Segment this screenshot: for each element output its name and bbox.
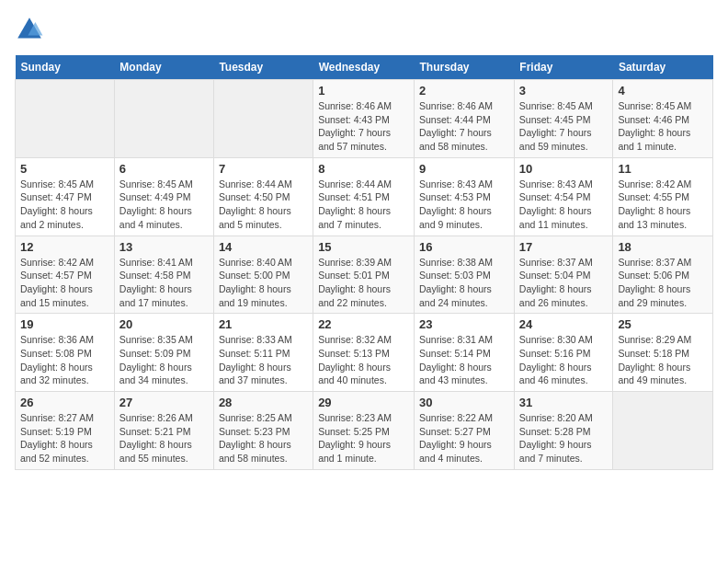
calendar-week-row: 26Sunrise: 8:27 AM Sunset: 5:19 PM Dayli… (16, 392, 713, 470)
day-info: Sunrise: 8:37 AM Sunset: 5:04 PM Dayligh… (519, 256, 609, 310)
calendar-cell: 26Sunrise: 8:27 AM Sunset: 5:19 PM Dayli… (16, 392, 115, 470)
calendar-cell: 21Sunrise: 8:33 AM Sunset: 5:11 PM Dayli… (213, 314, 313, 392)
day-info: Sunrise: 8:45 AM Sunset: 4:45 PM Dayligh… (519, 99, 609, 154)
calendar-week-row: 1Sunrise: 8:46 AM Sunset: 4:43 PM Daylig… (16, 80, 713, 158)
logo-icon (15, 15, 44, 44)
calendar-cell: 1Sunrise: 8:46 AM Sunset: 4:43 PM Daylig… (313, 80, 415, 158)
day-number: 5 (20, 162, 109, 176)
day-number: 31 (519, 396, 609, 409)
day-info: Sunrise: 8:42 AM Sunset: 4:57 PM Dayligh… (20, 256, 109, 310)
calendar-cell (114, 80, 213, 158)
day-number: 2 (419, 84, 509, 98)
calendar-cell (213, 80, 313, 158)
day-info: Sunrise: 8:27 AM Sunset: 5:19 PM Dayligh… (20, 411, 109, 465)
day-info: Sunrise: 8:37 AM Sunset: 5:06 PM Dayligh… (618, 256, 708, 310)
day-info: Sunrise: 8:38 AM Sunset: 5:03 PM Dayligh… (419, 256, 509, 310)
day-info: Sunrise: 8:40 AM Sunset: 5:00 PM Dayligh… (219, 256, 308, 310)
day-number: 22 (318, 317, 409, 331)
day-info: Sunrise: 8:45 AM Sunset: 4:47 PM Dayligh… (20, 178, 109, 232)
day-info: Sunrise: 8:42 AM Sunset: 4:55 PM Dayligh… (618, 178, 708, 232)
calendar-body: 1Sunrise: 8:46 AM Sunset: 4:43 PM Daylig… (16, 80, 713, 470)
column-header-tuesday: Tuesday (213, 55, 313, 80)
calendar-cell: 5Sunrise: 8:45 AM Sunset: 4:47 PM Daylig… (16, 157, 115, 236)
calendar-cell (16, 80, 115, 158)
column-header-monday: Monday (114, 55, 213, 80)
column-header-saturday: Saturday (613, 55, 713, 80)
day-number: 23 (419, 317, 509, 331)
day-info: Sunrise: 8:26 AM Sunset: 5:21 PM Dayligh… (119, 411, 209, 465)
calendar-cell: 14Sunrise: 8:40 AM Sunset: 5:00 PM Dayli… (213, 236, 313, 314)
day-number: 21 (219, 317, 308, 331)
day-number: 7 (219, 162, 308, 176)
day-info: Sunrise: 8:31 AM Sunset: 5:14 PM Dayligh… (419, 333, 509, 387)
calendar-cell: 16Sunrise: 8:38 AM Sunset: 5:03 PM Dayli… (415, 236, 515, 314)
day-info: Sunrise: 8:43 AM Sunset: 4:53 PM Dayligh… (419, 178, 509, 232)
day-number: 11 (618, 162, 708, 176)
calendar-table: SundayMondayTuesdayWednesdayThursdayFrid… (15, 55, 713, 470)
column-header-wednesday: Wednesday (313, 55, 415, 80)
page-header (15, 15, 713, 44)
day-number: 1 (318, 84, 409, 98)
calendar-cell: 17Sunrise: 8:37 AM Sunset: 5:04 PM Dayli… (514, 236, 613, 314)
day-info: Sunrise: 8:44 AM Sunset: 4:51 PM Dayligh… (318, 178, 409, 232)
logo (15, 15, 46, 44)
day-info: Sunrise: 8:30 AM Sunset: 5:16 PM Dayligh… (519, 333, 609, 387)
day-info: Sunrise: 8:32 AM Sunset: 5:13 PM Dayligh… (318, 333, 409, 387)
calendar-cell: 23Sunrise: 8:31 AM Sunset: 5:14 PM Dayli… (415, 314, 515, 392)
day-number: 4 (618, 84, 708, 98)
day-number: 20 (119, 317, 209, 331)
day-info: Sunrise: 8:35 AM Sunset: 5:09 PM Dayligh… (119, 333, 209, 387)
day-number: 3 (519, 84, 609, 98)
day-info: Sunrise: 8:33 AM Sunset: 5:11 PM Dayligh… (219, 333, 308, 387)
day-info: Sunrise: 8:41 AM Sunset: 4:58 PM Dayligh… (119, 256, 209, 310)
calendar-cell: 20Sunrise: 8:35 AM Sunset: 5:09 PM Dayli… (114, 314, 213, 392)
calendar-cell: 4Sunrise: 8:45 AM Sunset: 4:46 PM Daylig… (613, 80, 713, 158)
calendar-cell: 15Sunrise: 8:39 AM Sunset: 5:01 PM Dayli… (313, 236, 415, 314)
calendar-week-row: 5Sunrise: 8:45 AM Sunset: 4:47 PM Daylig… (16, 157, 713, 236)
calendar-cell: 22Sunrise: 8:32 AM Sunset: 5:13 PM Dayli… (313, 314, 415, 392)
day-info: Sunrise: 8:23 AM Sunset: 5:25 PM Dayligh… (318, 411, 409, 465)
day-number: 30 (419, 396, 509, 409)
day-number: 29 (318, 396, 409, 409)
day-info: Sunrise: 8:39 AM Sunset: 5:01 PM Dayligh… (318, 256, 409, 310)
day-info: Sunrise: 8:44 AM Sunset: 4:50 PM Dayligh… (219, 178, 308, 232)
calendar-week-row: 19Sunrise: 8:36 AM Sunset: 5:08 PM Dayli… (16, 314, 713, 392)
calendar-cell: 27Sunrise: 8:26 AM Sunset: 5:21 PM Dayli… (114, 392, 213, 470)
column-header-friday: Friday (514, 55, 613, 80)
day-number: 16 (419, 240, 509, 254)
calendar-cell: 24Sunrise: 8:30 AM Sunset: 5:16 PM Dayli… (514, 314, 613, 392)
day-info: Sunrise: 8:29 AM Sunset: 5:18 PM Dayligh… (618, 333, 708, 387)
calendar-cell: 18Sunrise: 8:37 AM Sunset: 5:06 PM Dayli… (613, 236, 713, 314)
day-number: 28 (219, 396, 308, 409)
day-info: Sunrise: 8:46 AM Sunset: 4:44 PM Dayligh… (419, 99, 509, 154)
calendar-cell: 19Sunrise: 8:36 AM Sunset: 5:08 PM Dayli… (16, 314, 115, 392)
calendar-cell: 3Sunrise: 8:45 AM Sunset: 4:45 PM Daylig… (514, 80, 613, 158)
column-header-sunday: Sunday (16, 55, 115, 80)
day-number: 19 (20, 317, 109, 331)
calendar-cell: 28Sunrise: 8:25 AM Sunset: 5:23 PM Dayli… (213, 392, 313, 470)
day-number: 8 (318, 162, 409, 176)
calendar-cell: 12Sunrise: 8:42 AM Sunset: 4:57 PM Dayli… (16, 236, 115, 314)
day-number: 24 (519, 317, 609, 331)
calendar-cell: 25Sunrise: 8:29 AM Sunset: 5:18 PM Dayli… (613, 314, 713, 392)
column-header-thursday: Thursday (415, 55, 515, 80)
day-number: 18 (618, 240, 708, 254)
day-number: 14 (219, 240, 308, 254)
calendar-cell: 2Sunrise: 8:46 AM Sunset: 4:44 PM Daylig… (415, 80, 515, 158)
day-info: Sunrise: 8:22 AM Sunset: 5:27 PM Dayligh… (419, 411, 509, 465)
day-info: Sunrise: 8:25 AM Sunset: 5:23 PM Dayligh… (219, 411, 308, 465)
calendar-header-row: SundayMondayTuesdayWednesdayThursdayFrid… (16, 55, 713, 80)
calendar-week-row: 12Sunrise: 8:42 AM Sunset: 4:57 PM Dayli… (16, 236, 713, 314)
day-info: Sunrise: 8:20 AM Sunset: 5:28 PM Dayligh… (519, 411, 609, 465)
calendar-cell: 7Sunrise: 8:44 AM Sunset: 4:50 PM Daylig… (213, 157, 313, 236)
calendar-cell: 10Sunrise: 8:43 AM Sunset: 4:54 PM Dayli… (514, 157, 613, 236)
calendar-cell: 30Sunrise: 8:22 AM Sunset: 5:27 PM Dayli… (415, 392, 515, 470)
day-info: Sunrise: 8:46 AM Sunset: 4:43 PM Dayligh… (318, 99, 409, 154)
calendar-cell (613, 392, 713, 470)
calendar-cell: 6Sunrise: 8:45 AM Sunset: 4:49 PM Daylig… (114, 157, 213, 236)
day-number: 10 (519, 162, 609, 176)
day-number: 13 (119, 240, 209, 254)
day-number: 9 (419, 162, 509, 176)
day-number: 15 (318, 240, 409, 254)
day-number: 6 (119, 162, 209, 176)
